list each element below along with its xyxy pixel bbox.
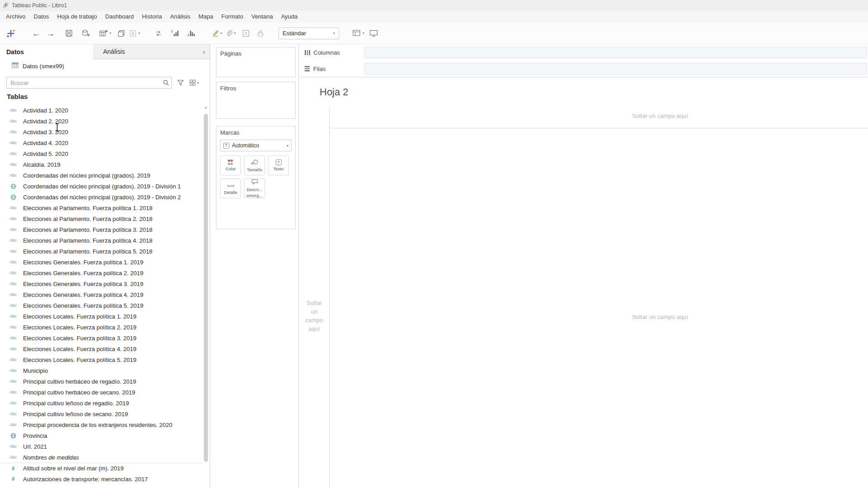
field-row[interactable]: AbcElecciones Generales. Fuerza política…	[0, 267, 203, 278]
text-field-icon: Abc	[7, 412, 19, 416]
pages-card[interactable]: Páginas	[216, 47, 296, 77]
drop-zone-canvas[interactable]: Soltar un campo aquí	[592, 314, 728, 320]
field-row[interactable]: AbcElecciones Locales. Fuerza política 5…	[0, 354, 203, 365]
marks-button-tamano[interactable]: Tamaño	[244, 155, 265, 175]
field-row[interactable]: AbcElecciones Generales. Fuerza política…	[0, 257, 203, 267]
field-row[interactable]: AbcElecciones Generales. Fuerza política…	[0, 300, 203, 311]
marks-button-descri[interactable]: Descri...emerg...	[244, 178, 265, 198]
scroll-up-icon[interactable]: ▲	[203, 106, 208, 109]
show-mark-labels-icon[interactable]: T	[241, 26, 251, 41]
fit-selector[interactable]: Estándar ▾	[278, 28, 339, 39]
save-icon[interactable]	[63, 26, 74, 41]
field-row[interactable]: AbcNombres de medidas	[0, 452, 203, 463]
redo-icon[interactable]: →	[45, 26, 56, 41]
field-row[interactable]: AbcActividad 1. 2020	[0, 105, 203, 116]
field-row[interactable]: #Autorizaciones de transporte: mercancía…	[0, 474, 203, 484]
tab-datos[interactable]: Datos	[0, 44, 94, 60]
mark-type-dropdown[interactable]: T Automático ▾	[220, 140, 292, 151]
field-row[interactable]: AbcPrincipal procedencia de los extranje…	[0, 419, 203, 430]
sheet-title[interactable]: Hoja 2	[320, 86, 349, 98]
duplicate-icon[interactable]	[116, 26, 127, 41]
title-bar: Tableau Public - Libro1	[0, 0, 868, 11]
field-row[interactable]: AbcUrl. 2021	[0, 441, 203, 452]
dropdown-caret-icon: ▾	[287, 144, 288, 148]
menu-item-ayuda[interactable]: Ayuda	[277, 11, 302, 23]
axis-vertical-line	[329, 108, 330, 488]
rows-shelf-drop-area[interactable]	[364, 63, 867, 75]
menu-item-dashboard[interactable]: Dashboard	[101, 11, 138, 23]
sort-descending-icon[interactable]	[185, 26, 196, 41]
swap-axes-icon[interactable]	[153, 26, 164, 41]
data-source-item[interactable]: Datos (smex99)	[0, 59, 210, 73]
menu-item-mapa[interactable]: Mapa	[194, 11, 217, 23]
field-row[interactable]: Coordenadas del núcleo principal (grados…	[0, 192, 203, 202]
marks-button-color[interactable]: Color	[220, 155, 241, 175]
menu-item-hoja-de-trabajo[interactable]: Hoja de trabajo	[53, 11, 101, 23]
fix-axes-icon[interactable]	[255, 26, 266, 41]
show-hide-cards-icon[interactable]: ▾	[353, 26, 364, 41]
filter-fields-icon[interactable]	[177, 80, 184, 86]
view-options-icon[interactable]: ▾	[189, 80, 199, 86]
field-row[interactable]: AbcPrincipal cultivo herbáceo de secano.…	[0, 387, 203, 398]
drop-zone-columns-header[interactable]: Soltar un campo aquí	[592, 113, 728, 119]
marks-button-texto[interactable]: TTexto	[268, 155, 289, 175]
dropdown-caret-icon: ▾	[138, 31, 140, 35]
field-row[interactable]: AbcElecciones Generales. Fuerza política…	[0, 278, 203, 289]
tableau-logo-button[interactable]	[5, 26, 16, 41]
field-row[interactable]: AbcElecciones Locales. Fuerza política 3…	[0, 333, 203, 343]
text-field-icon: Abc	[7, 227, 19, 232]
filters-card[interactable]: Filtros	[216, 82, 296, 119]
menu-item-analisis[interactable]: Análisis	[166, 11, 194, 23]
field-row[interactable]: AbcCoordenadas del núcleo principal (gra…	[0, 170, 203, 181]
field-row[interactable]: Coordenadas del núcleo principal (grados…	[0, 181, 203, 192]
field-row[interactable]: AbcMunicipio	[0, 365, 203, 376]
new-worksheet-icon[interactable]: ▾	[99, 26, 111, 41]
marks-button-detalle[interactable]: Detalle	[220, 178, 241, 198]
field-row[interactable]: AbcPrincipal cultivo leñoso de regadío. …	[0, 398, 203, 408]
field-row[interactable]: AbcElecciones al Parlamento. Fuerza polí…	[0, 213, 203, 224]
color-icon	[228, 160, 234, 165]
field-row[interactable]: AbcElecciones Generales. Fuerza política…	[0, 289, 203, 300]
number-field-icon: #	[7, 465, 19, 472]
field-row[interactable]: AbcActividad 3. 2020	[0, 127, 203, 137]
field-row[interactable]: AbcElecciones Locales. Fuerza política 4…	[0, 343, 203, 354]
field-row[interactable]: AbcActividad 4. 2020	[0, 137, 203, 148]
highlight-icon[interactable]: ▾	[212, 26, 222, 41]
field-row[interactable]: AbcPrincipal cultivo herbáceo de regadío…	[0, 376, 203, 387]
field-row[interactable]: Provincia	[0, 430, 203, 441]
menu-item-ventana[interactable]: Ventana	[247, 11, 277, 23]
undo-icon[interactable]: ←	[31, 26, 42, 41]
scrollbar[interactable]: ▲	[203, 105, 208, 488]
search-input[interactable]	[6, 77, 172, 89]
marks-card-title: Marcas	[220, 129, 240, 136]
columns-shelf-drop-area[interactable]	[364, 47, 867, 58]
rows-shelf-row: Filas	[299, 61, 868, 77]
field-row[interactable]: AbcElecciones Locales. Fuerza política 1…	[0, 311, 203, 322]
menu-item-archivo[interactable]: Archivo	[2, 11, 29, 23]
field-row[interactable]: AbcAlcaldía. 2019	[0, 159, 203, 170]
field-row[interactable]: AbcElecciones al Parlamento. Fuerza polí…	[0, 224, 203, 235]
field-row[interactable]: #Altitud sobre el nivel del mar (m). 201…	[0, 463, 203, 474]
tab-analisis[interactable]: Análisis	[94, 44, 198, 59]
field-row[interactable]: AbcElecciones Locales. Fuerza política 2…	[0, 322, 203, 333]
field-row[interactable]: AbcActividad 5. 2020	[0, 148, 203, 159]
sort-ascending-icon[interactable]	[169, 26, 180, 41]
field-row[interactable]: AbcElecciones al Parlamento. Fuerza polí…	[0, 246, 203, 257]
menu-item-historia[interactable]: Historia	[138, 11, 166, 23]
field-label: Actividad 5. 2020	[23, 150, 68, 157]
field-row[interactable]: AbcActividad 2. 2020	[0, 116, 203, 127]
field-row[interactable]: AbcPrincipal cultivo leñoso de secano. 2…	[0, 408, 203, 419]
collapse-pane-icon[interactable]: ‹	[198, 44, 210, 59]
scrollbar-thumb[interactable]	[204, 114, 208, 462]
field-row[interactable]: AbcElecciones al Parlamento. Fuerza polí…	[0, 202, 203, 213]
presentation-mode-icon[interactable]	[368, 26, 379, 41]
new-data-source-icon[interactable]	[80, 26, 91, 41]
field-row[interactable]: AbcElecciones al Parlamento. Fuerza polí…	[0, 235, 203, 246]
field-label: Alcaldía. 2019	[23, 161, 60, 168]
search-icon[interactable]	[163, 80, 169, 88]
clear-sheet-icon[interactable]: ▾	[129, 26, 140, 41]
group-members-icon[interactable]: ▾	[225, 26, 236, 41]
menu-item-formato[interactable]: Formato	[217, 11, 247, 23]
drop-zone-rows-header[interactable]: Soltar un campo aquí	[299, 299, 329, 333]
menu-item-datos[interactable]: Datos	[29, 11, 53, 23]
